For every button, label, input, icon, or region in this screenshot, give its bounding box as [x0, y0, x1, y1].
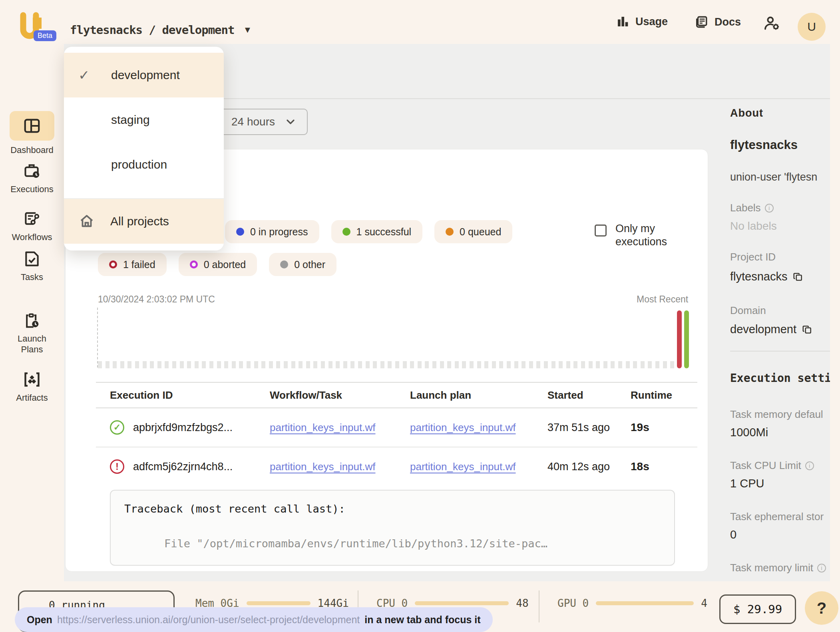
timeline-bar-success[interactable]	[684, 310, 689, 368]
cpu-total: 48	[516, 597, 528, 609]
timeline-end-label: Most Recent	[637, 294, 688, 305]
only-my-executions-checkbox[interactable]: Only my executions	[595, 222, 687, 248]
labels-label: Labels i	[730, 202, 774, 214]
info-icon[interactable]: i	[765, 204, 774, 213]
project-name: flytesnacks	[730, 138, 798, 152]
table-header-row: Execution ID Workflow/Task Launch plan S…	[96, 382, 697, 408]
workflow-link[interactable]: partition_keys_input.wf	[270, 421, 375, 433]
project-id-value: flytesnacks	[730, 270, 803, 283]
copy-icon[interactable]	[802, 324, 812, 335]
status-dot	[446, 228, 454, 236]
question-mark-icon: ?	[817, 599, 826, 617]
menu-item-all-projects[interactable]: All projects	[64, 198, 224, 244]
timeline-start-marker	[97, 308, 98, 368]
timeline-start-label: 10/30/2024 2:03:02 PM UTC	[98, 294, 215, 305]
gpu-label: GPU 0	[557, 597, 589, 609]
chip-label: 0 other	[294, 259, 325, 270]
active-highlight	[10, 111, 54, 141]
user-settings-button[interactable]	[763, 15, 780, 31]
chip-queued[interactable]: 0 queued	[434, 220, 512, 243]
avatar[interactable]: U	[798, 13, 826, 41]
sidebar-item-tasks[interactable]: Tasks	[0, 250, 64, 282]
status-dot	[236, 228, 244, 236]
chip-other[interactable]: 0 other	[269, 253, 336, 276]
started-value: 40m 12s ago	[547, 461, 631, 473]
project-id-label: Project ID	[730, 251, 776, 263]
user-gear-icon	[763, 15, 780, 31]
chip-failed[interactable]: 1 failed	[98, 253, 167, 276]
docs-icon	[695, 15, 708, 29]
menu-item-label: development	[111, 68, 180, 82]
avatar-initial: U	[807, 20, 816, 34]
traceback-line: Traceback (most recent call last):	[124, 503, 674, 515]
menu-item-development[interactable]: ✓ development	[64, 53, 224, 97]
chevron-down-icon	[285, 116, 297, 128]
col-runtime: Runtime	[631, 389, 697, 401]
task-ephemeral-value: 0	[730, 528, 736, 541]
execution-settings-title: Execution settings	[730, 372, 830, 385]
credits-button[interactable]: $ 29.99	[719, 594, 796, 624]
chip-aborted[interactable]: 0 aborted	[179, 253, 257, 276]
execution-id: apbrjxfd9mzfzbgs2...	[133, 421, 233, 434]
breadcrumb-text: flytesnacks / development	[70, 23, 235, 37]
dashboard-icon	[23, 117, 41, 135]
table-row[interactable]: ✓ apbrjxfd9mzfzbgs2... partition_keys_in…	[96, 408, 697, 447]
link-preview-bar: Open https://serverless.union.ai/org/uni…	[15, 607, 493, 632]
about-title: About	[730, 107, 763, 119]
project-domain-breadcrumb[interactable]: flytesnacks / development ▼	[70, 23, 252, 37]
credits-amount: $ 29.99	[733, 602, 782, 616]
timeline-tick-strip	[98, 361, 676, 368]
col-launch-plan: Launch plan	[410, 389, 547, 401]
chip-successful[interactable]: 1 successful	[331, 220, 423, 243]
sidebar-item-executions[interactable]: Executions	[0, 162, 64, 195]
status-ring	[190, 260, 198, 268]
checkbox[interactable]	[595, 225, 607, 237]
chip-label: 1 successful	[356, 226, 412, 238]
divider	[730, 351, 830, 352]
menu-item-production[interactable]: production	[64, 142, 224, 187]
timeline-bar-failed[interactable]	[677, 310, 682, 368]
menu-item-label: All projects	[110, 215, 169, 228]
copy-icon[interactable]	[793, 272, 803, 282]
time-range-value: 24 hours	[231, 115, 275, 128]
checkbox-label: Only my executions	[615, 222, 687, 248]
sidebar-item-dashboard[interactable]: Dashboard	[0, 111, 64, 155]
workflow-link[interactable]: partition_keys_input.wf	[270, 461, 375, 473]
project-description: union-user 'flytesn	[730, 171, 817, 183]
menu-item-label: production	[111, 158, 167, 171]
sidebar-label: Workflows	[0, 232, 64, 242]
task-cpu-limit-value: 1 CPU	[730, 477, 764, 490]
executions-table: Execution ID Workflow/Task Launch plan S…	[96, 382, 697, 486]
sidebar-item-artifacts[interactable]: Artifacts	[0, 371, 64, 403]
sidebar-label: Dashboard	[0, 145, 64, 155]
launch-plan-link[interactable]: partition_keys_input.wf	[410, 461, 516, 473]
chip-label: 0 in progress	[250, 226, 308, 238]
link-preview-prefix: Open	[27, 614, 52, 626]
table-row[interactable]: ! adfcm5j62zjrn4ch8... partition_keys_in…	[96, 447, 697, 486]
divider	[539, 590, 539, 622]
info-icon[interactable]: i	[805, 461, 814, 470]
task-ephemeral-label: Task ephemeral stor	[730, 511, 824, 523]
task-cpu-limit-label: Task CPU Limit i	[730, 459, 814, 472]
chip-in-progress[interactable]: 0 in progress	[225, 220, 319, 243]
artifacts-icon	[23, 370, 41, 389]
sidebar-item-launch-plans[interactable]: Launch Plans	[0, 312, 64, 355]
link-preview-suffix: in a new tab and focus it	[364, 614, 480, 626]
col-execution-id: Execution ID	[96, 389, 270, 401]
gpu-bar	[596, 601, 694, 605]
sidebar: Dashboard Executions Workflows	[0, 44, 64, 632]
task-memory-default-value: 1000Mi	[730, 426, 768, 439]
success-icon: ✓	[110, 420, 124, 435]
task-memory-limit-label: Task memory limit i	[730, 562, 826, 574]
launch-plan-link[interactable]: partition_keys_input.wf	[410, 421, 516, 433]
sidebar-label: Executions	[0, 184, 64, 195]
domain-value: development	[730, 323, 812, 336]
workflows-icon	[23, 210, 41, 228]
sidebar-item-workflows[interactable]: Workflows	[0, 210, 64, 242]
help-button[interactable]: ?	[805, 591, 838, 625]
docs-button[interactable]: Docs	[695, 15, 741, 29]
menu-item-staging[interactable]: staging	[64, 97, 224, 142]
status-chip-row: 0 in progress 1 successful 0 queued	[225, 220, 512, 243]
info-icon[interactable]: i	[817, 564, 826, 572]
usage-button[interactable]: Usage	[616, 15, 668, 28]
